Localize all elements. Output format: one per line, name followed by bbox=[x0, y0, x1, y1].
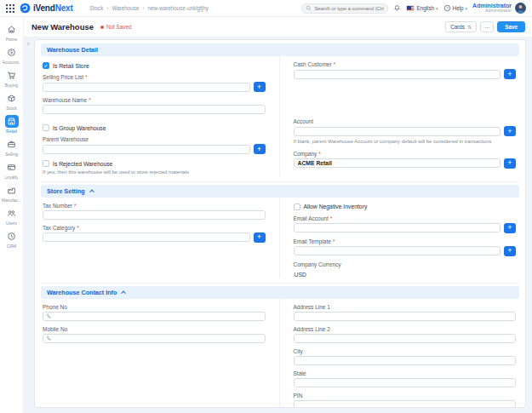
retail-store-icon bbox=[7, 117, 16, 126]
address-line-2-label: Address Line 2 bbox=[294, 326, 517, 332]
user-menu[interactable]: Administrator Administrator bbox=[472, 3, 526, 14]
cards-view-button[interactable]: Cards ⇅ bbox=[445, 21, 477, 32]
tax-category-label: Tax Category* bbox=[43, 225, 266, 231]
language-selector[interactable]: English ▾ bbox=[406, 5, 438, 11]
section-contact-info: Warehouse Contact Info Phone No bbox=[41, 286, 519, 408]
is-group-warehouse-checkbox[interactable]: Is Group Warehouse bbox=[43, 124, 266, 131]
sidebar-item-manufacturing[interactable]: Manufac... bbox=[0, 184, 24, 207]
sidebar-item-home[interactable]: Home bbox=[0, 23, 24, 46]
sidebar-collapse-toggle[interactable]: › bbox=[26, 39, 33, 408]
selling-price-list-input[interactable] bbox=[43, 83, 250, 92]
company-currency-value: USD bbox=[294, 269, 517, 278]
warehouse-name-label: Warehouse Name* bbox=[43, 97, 266, 103]
sidebar-item-crm[interactable]: CRM bbox=[0, 230, 24, 253]
add-account-button[interactable]: + bbox=[504, 126, 516, 136]
sidebar-item-buying[interactable]: Buying bbox=[0, 69, 24, 92]
phone-no-label: Phone No bbox=[43, 304, 266, 310]
email-account-input[interactable] bbox=[294, 223, 501, 232]
email-account-label: Email Account* bbox=[294, 215, 517, 221]
section-header-warehouse-detail[interactable]: Warehouse Detail bbox=[41, 43, 519, 56]
save-button[interactable]: Save bbox=[497, 21, 525, 32]
state-label: State bbox=[294, 370, 517, 376]
company-input[interactable] bbox=[294, 158, 501, 168]
accounting-icon: $ bbox=[7, 48, 16, 57]
sidebar-item-retail[interactable]: Retail bbox=[0, 115, 24, 138]
sidebar-item-accounting[interactable]: $ Accounti.. bbox=[0, 46, 24, 69]
mobile-no-input[interactable] bbox=[43, 334, 266, 343]
parent-warehouse-input[interactable] bbox=[43, 145, 250, 154]
sidebar-item-users[interactable]: Users bbox=[0, 207, 24, 230]
avatar bbox=[515, 3, 526, 14]
sidebar-item-loyalty[interactable]: Loyalty bbox=[0, 161, 24, 184]
checkbox-unchecked-icon bbox=[294, 204, 300, 210]
add-selling-price-list-button[interactable]: + bbox=[254, 82, 266, 92]
pin-input[interactable] bbox=[294, 400, 517, 408]
sort-icon: ⇅ bbox=[467, 24, 472, 30]
tax-number-label: Tax Number* bbox=[43, 203, 266, 209]
page-title: New Warehouse bbox=[31, 22, 94, 32]
breadcrumb-separator: › bbox=[106, 5, 108, 11]
account-input[interactable] bbox=[294, 127, 501, 136]
sidebar-item-selling[interactable]: Selling bbox=[0, 138, 24, 161]
add-parent-warehouse-button[interactable]: + bbox=[254, 144, 266, 154]
add-cash-customer-button[interactable]: + bbox=[504, 69, 516, 79]
home-icon bbox=[7, 25, 16, 34]
chevron-down-icon: ▾ bbox=[466, 6, 468, 11]
section-header-contact-info[interactable]: Warehouse Contact Info bbox=[41, 286, 519, 299]
city-label: City bbox=[294, 348, 517, 354]
help-label: Help bbox=[453, 5, 464, 11]
buying-cart-icon bbox=[7, 71, 16, 80]
state-input[interactable] bbox=[294, 378, 517, 387]
user-role: Administrator bbox=[472, 9, 512, 14]
status-badge: Not Saved bbox=[100, 24, 131, 30]
breadcrumb-current: new-warehouse-unklgfjhy bbox=[148, 5, 209, 11]
svg-text:?: ? bbox=[446, 6, 448, 10]
phone-no-input[interactable] bbox=[43, 312, 266, 321]
email-template-input[interactable] bbox=[294, 246, 501, 255]
selling-briefcase-icon bbox=[7, 140, 16, 149]
apps-grid-icon[interactable] bbox=[6, 4, 14, 13]
add-email-template-button[interactable]: + bbox=[504, 246, 516, 256]
search-input[interactable] bbox=[314, 6, 384, 11]
status-dot-icon bbox=[100, 26, 104, 29]
notifications-bell-icon[interactable] bbox=[393, 4, 401, 12]
allow-negative-inventory-checkbox[interactable]: Allow Negative Inventory bbox=[294, 204, 517, 210]
breadcrumb-warehouse[interactable]: Warehouse bbox=[112, 5, 139, 11]
logo-text-ivend: iVend bbox=[33, 3, 55, 13]
warehouse-form: Warehouse Detail ✓ Is Retail Store Selli… bbox=[34, 39, 526, 408]
page-header: New Warehouse Not Saved Cards ⇅ ⋯ Save bbox=[24, 17, 532, 37]
loyalty-card-icon bbox=[7, 163, 16, 172]
section-header-store-setting[interactable]: Store Setting bbox=[41, 185, 519, 198]
add-company-button[interactable]: + bbox=[504, 158, 516, 169]
account-help: If blank, parent Warehouse Account or co… bbox=[294, 139, 517, 146]
cash-customer-input[interactable] bbox=[294, 70, 501, 79]
section-warehouse-detail: Warehouse Detail ✓ Is Retail Store Selli… bbox=[41, 43, 519, 182]
ivendnext-logo[interactable]: iVendNext bbox=[20, 3, 73, 14]
city-input[interactable] bbox=[294, 356, 517, 365]
is-retail-store-checkbox[interactable]: ✓ Is Retail Store bbox=[43, 62, 266, 69]
manufacturing-factory-icon bbox=[7, 186, 16, 195]
sidebar-item-stock[interactable]: Stock bbox=[0, 92, 24, 115]
breadcrumb-stock[interactable]: Stock bbox=[90, 5, 104, 11]
stock-box-icon bbox=[7, 94, 16, 103]
add-tax-category-button[interactable]: + bbox=[254, 232, 266, 243]
checkbox-unchecked-icon bbox=[43, 124, 49, 131]
global-search[interactable] bbox=[301, 3, 388, 14]
add-email-account-button[interactable]: + bbox=[504, 223, 516, 233]
help-menu[interactable]: ? Help ▾ bbox=[443, 4, 467, 12]
tax-number-input[interactable] bbox=[43, 210, 266, 220]
pin-label: PIN bbox=[294, 393, 517, 399]
tax-category-input[interactable] bbox=[43, 232, 250, 242]
address-line-2-input[interactable] bbox=[294, 334, 517, 343]
chevron-down-icon: ▾ bbox=[436, 6, 438, 11]
is-rejected-warehouse-checkbox[interactable]: Is Rejected Warehouse bbox=[43, 160, 266, 167]
logo-text-next: Next bbox=[55, 3, 73, 13]
us-flag-icon bbox=[406, 5, 415, 11]
crm-icon bbox=[7, 232, 16, 241]
selling-price-list-label: Selling Price List* bbox=[43, 74, 266, 80]
more-menu-button[interactable]: ⋯ bbox=[480, 21, 494, 32]
address-line-1-input[interactable] bbox=[294, 312, 517, 321]
help-icon: ? bbox=[443, 4, 451, 12]
users-icon bbox=[7, 209, 16, 218]
warehouse-name-input[interactable] bbox=[43, 105, 266, 114]
